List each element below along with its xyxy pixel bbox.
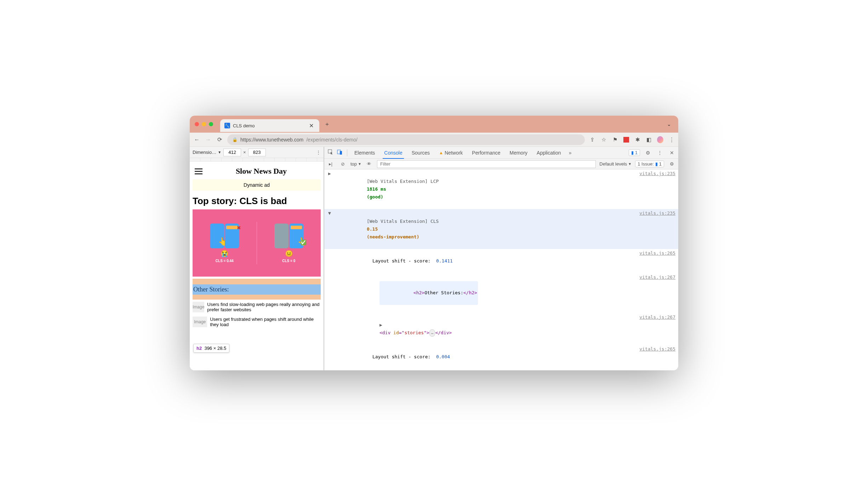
extension-red-square[interactable]: [623, 137, 629, 143]
tab-sources[interactable]: Sources: [407, 147, 434, 158]
message-icon: ▮: [655, 161, 658, 167]
story-list-item[interactable]: Image Users get frustrated when pages sh…: [193, 314, 321, 329]
clear-console-icon[interactable]: ⊘: [338, 161, 347, 167]
console-log-row[interactable]: <h1>Top story: CLS is bad</h1> vitals.js…: [324, 369, 678, 370]
page-content: Slow News Day Dynamic ad Top story: CLS …: [193, 164, 321, 329]
execution-context-selector[interactable]: top ▼: [350, 161, 361, 167]
browser-tab[interactable]: 🔧 CLS demo ✕: [220, 119, 319, 132]
device-height-input[interactable]: [248, 149, 266, 156]
expand-caret-icon[interactable]: ▶: [379, 321, 384, 329]
dimensions-label: Dimensio…: [193, 150, 216, 155]
tab-elements[interactable]: Elements: [350, 147, 379, 158]
console-log-row[interactable]: ▼ [Web Vitals Extension] CLS 0.15 (needs…: [324, 209, 678, 249]
tab-application[interactable]: Application: [532, 147, 565, 158]
tooltip-dimensions: 396 × 28.5: [204, 346, 226, 351]
source-link[interactable]: vitals.js:267: [635, 313, 675, 345]
tab-overflow-icon[interactable]: ⌄: [665, 119, 673, 129]
browser-tabstrip: 🔧 CLS demo ✕ ＋ ⌄: [190, 116, 678, 133]
new-tab-button[interactable]: ＋: [323, 119, 331, 129]
page-header: Slow News Day: [193, 164, 321, 178]
console-settings-icon[interactable]: ⚙: [668, 161, 676, 167]
issues-shortcut[interactable]: 1 Issue: ▮1: [635, 161, 664, 167]
console-log-row[interactable]: ▶ <div id="stories">…</div> vitals.js:26…: [324, 313, 678, 345]
tab-performance[interactable]: Performance: [468, 147, 504, 158]
device-bar-menu-icon[interactable]: ⋮: [316, 150, 321, 155]
url-path: /experiments/cls-demo/: [306, 137, 358, 143]
device-toggle-icon[interactable]: [336, 149, 344, 156]
hero-image: 👆 ✖ 😭 CLS = 0.44 👆✅ 😐: [193, 209, 321, 277]
story-headline: Users find slow-loading web pages really…: [207, 302, 321, 312]
device-width-input[interactable]: [223, 149, 241, 156]
story-headline: Users get frustrated when pages shift ar…: [210, 317, 321, 327]
console-log-row[interactable]: ▶ [Web Vitals Extension] LCP 1816 ms (go…: [324, 169, 678, 209]
devtools-settings-icon[interactable]: ⚙: [644, 150, 652, 156]
device-dimensions-bar: Dimensio… ▼ × ⋮: [190, 147, 324, 158]
neutral-face-icon: 😐: [285, 250, 293, 258]
ad-banner: Dynamic ad: [193, 179, 321, 191]
flag-icon[interactable]: ⚑: [612, 137, 618, 143]
tabs-overflow-icon[interactable]: »: [566, 150, 575, 156]
devtools-tab-bar: Elements Console Sources ▲Network Perfor…: [324, 147, 678, 159]
top-story-heading: Top story: CLS is bad: [193, 196, 321, 207]
site-title: Slow News Day: [203, 167, 319, 176]
source-link[interactable]: vitals.js:265: [635, 345, 675, 369]
address-bar[interactable]: 🔒 https://www.tunetheweb.com/experiments…: [227, 134, 585, 145]
forward-button[interactable]: →: [205, 137, 212, 143]
reload-button[interactable]: ⟳: [216, 136, 223, 143]
source-link[interactable]: vitals.js:265: [635, 249, 675, 273]
live-expression-icon[interactable]: 👁: [365, 161, 373, 167]
window-traffic-lights: [195, 122, 213, 126]
layout-shift-highlight: [193, 295, 321, 300]
console-filter-bar: ▸| ⊘ top ▼ 👁 Default levels ▼ 1 Issue: ▮…: [324, 159, 678, 169]
devtools-menu-icon[interactable]: ⋮: [656, 150, 664, 156]
back-button[interactable]: ←: [193, 137, 200, 143]
console-log-row[interactable]: <h2>Other Stories:</h2> vitals.js:267: [324, 273, 678, 313]
panel-icon[interactable]: ◧: [646, 137, 652, 143]
element-inspector-tooltip: h2 396 × 28.5: [193, 344, 229, 353]
chevron-down-icon: ▼: [358, 162, 361, 166]
tab-network[interactable]: ▲Network: [435, 147, 467, 158]
crying-face-icon: 😭: [221, 250, 228, 258]
source-link[interactable]: vitals.js:235: [635, 209, 675, 248]
lock-icon: 🔒: [232, 137, 238, 142]
profile-avatar[interactable]: [657, 137, 663, 143]
console-log-view: ▶ [Web Vitals Extension] LCP 1816 ms (go…: [324, 169, 678, 370]
layout-shift-highlight: [193, 279, 321, 284]
issues-counter-button[interactable]: ▮1: [629, 149, 640, 156]
story-list-item[interactable]: Image Users find slow-loading web pages …: [193, 300, 321, 314]
url-host: https://www.tunetheweb.com: [240, 137, 303, 143]
tab-memory[interactable]: Memory: [506, 147, 532, 158]
other-stories-heading: Other Stories:: [193, 284, 321, 295]
tab-title: CLS demo: [233, 123, 305, 128]
console-log-row[interactable]: Layout shift - score: 0.004 vitals.js:26…: [324, 345, 678, 369]
devtools-close-icon[interactable]: ✕: [668, 150, 676, 156]
log-levels-selector[interactable]: Default levels ▼: [599, 161, 632, 167]
console-filter-input[interactable]: [377, 160, 596, 168]
collapse-caret-icon[interactable]: ▼: [327, 209, 332, 248]
source-link[interactable]: vitals.js:267: [635, 273, 675, 312]
inspect-element-icon[interactable]: [326, 149, 335, 156]
minimize-window-icon[interactable]: [202, 122, 206, 126]
dimensions-caret-icon[interactable]: ▼: [218, 150, 221, 154]
share-icon[interactable]: ⇪: [589, 137, 595, 143]
source-link[interactable]: vitals.js:235: [635, 170, 675, 209]
svg-rect-2: [340, 151, 342, 155]
maximize-window-icon[interactable]: [209, 122, 213, 126]
source-link[interactable]: vitals.js:267: [635, 369, 675, 370]
hero-right-label: CLS = 0: [282, 259, 295, 263]
device-mode-panel: Dimensio… ▼ × ⋮ Slow News Day Dynamic ad…: [190, 147, 324, 370]
console-log-row[interactable]: Layout shift - score: 0.1411 vitals.js:2…: [324, 249, 678, 273]
extensions-icon[interactable]: ✱: [634, 137, 641, 143]
tooltip-tag: h2: [196, 346, 202, 351]
show-console-sidebar-icon[interactable]: ▸|: [326, 161, 335, 167]
bookmark-icon[interactable]: ☆: [600, 137, 607, 143]
tab-console[interactable]: Console: [380, 147, 406, 158]
close-window-icon[interactable]: [195, 122, 199, 126]
expand-caret-icon[interactable]: ▶: [327, 170, 332, 209]
hamburger-menu-icon[interactable]: [194, 168, 203, 175]
close-tab-icon[interactable]: ✕: [308, 121, 315, 131]
tab-favicon: 🔧: [224, 123, 230, 128]
warning-icon: ▲: [439, 150, 443, 155]
browser-menu-icon[interactable]: ⋮: [668, 137, 675, 143]
device-ruler: [190, 158, 324, 162]
